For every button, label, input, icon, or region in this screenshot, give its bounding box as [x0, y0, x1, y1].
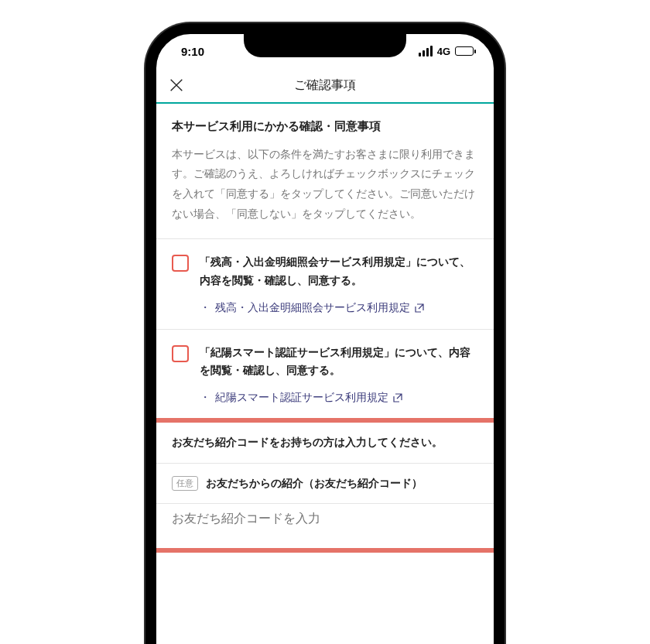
signal-icon [419, 46, 433, 57]
nav-bar: ご確認事項 [156, 68, 494, 104]
agree-checkbox-2[interactable] [172, 345, 189, 362]
agree-checkbox-1[interactable] [172, 255, 189, 272]
referral-section: お友だち紹介コードをお持ちの方は入力してください。 任意 お友だちからの紹介（お… [156, 420, 494, 557]
bullet-icon: ・ [200, 391, 210, 405]
phone-frame: 9:10 4G ご確認事項 本サービス利用にかかる確認・同意事項 本サービスは、… [145, 23, 505, 644]
optional-badge: 任意 [172, 476, 198, 491]
intro-body: 本サービスは、以下の条件を満たすお客さまに限り利用できます。ご確認のうえ、よろし… [172, 145, 478, 225]
intro-heading: 本サービス利用にかかる確認・同意事項 [172, 118, 478, 135]
external-link-icon [393, 393, 402, 402]
agree-text-1: 「残高・入出金明細照会サービス利用規定」について、内容を閲覧・確認し、同意する。 [200, 253, 478, 290]
close-button[interactable] [167, 76, 186, 94]
agree-text-2: 「紀陽スマート認証サービス利用規定」について、内容を閲覧・確認し、同意する。 [200, 344, 478, 381]
intro-section: 本サービス利用にかかる確認・同意事項 本サービスは、以下の条件を満たすお客さまに… [156, 104, 494, 239]
referral-code-input[interactable] [172, 512, 478, 526]
referral-heading: お友だち紹介コードをお持ちの方は入力してください。 [156, 420, 494, 464]
network-label: 4G [437, 46, 450, 57]
referral-label: お友だちからの紹介（お友だち紹介コード） [206, 477, 422, 491]
agree-item-1: 「残高・入出金明細照会サービス利用規定」について、内容を閲覧・確認し、同意する。… [156, 239, 494, 330]
close-icon [168, 77, 185, 94]
external-link-icon [415, 303, 424, 313]
terms-link-1[interactable]: 残高・入出金明細照会サービス利用規定 [215, 301, 410, 315]
content-scroll[interactable]: 本サービス利用にかかる確認・同意事項 本サービスは、以下の条件を満たすお客さまに… [156, 104, 494, 644]
phone-notch [244, 34, 406, 57]
terms-link-2[interactable]: 紀陽スマート認証サービス利用規定 [215, 391, 388, 405]
agree-item-2: 「紀陽スマート認証サービス利用規定」について、内容を閲覧・確認し、同意する。 ・… [156, 330, 494, 420]
battery-icon [455, 46, 474, 56]
page-title: ご確認事項 [156, 77, 494, 94]
referral-field-row: 任意 お友だちからの紹介（お友だち紹介コード） [156, 464, 494, 504]
bullet-icon: ・ [200, 301, 210, 315]
status-time: 9:10 [181, 45, 204, 58]
